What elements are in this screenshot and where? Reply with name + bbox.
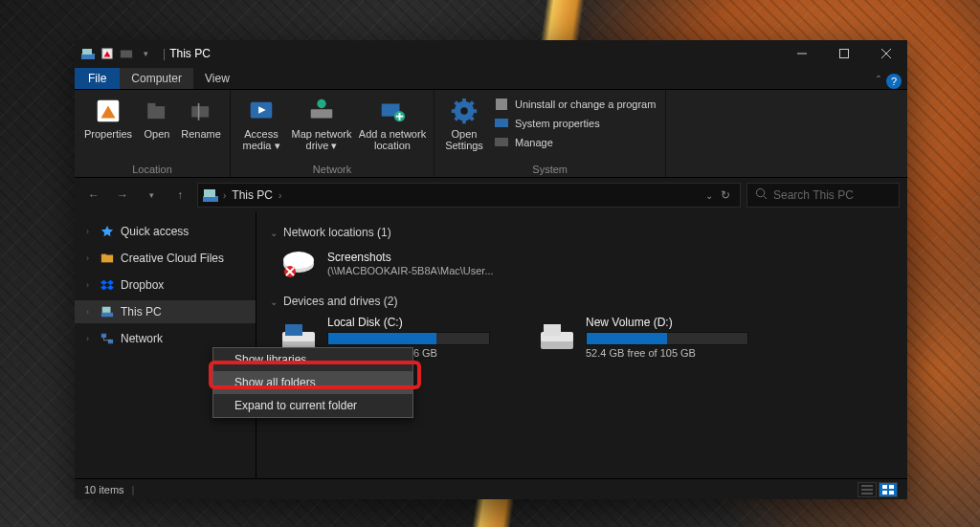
chevron-down-icon[interactable]: ⌄ xyxy=(270,228,278,238)
drive-free-text: 52.4 GB free of 105 GB xyxy=(586,347,748,359)
uninstall-program-button[interactable]: Uninstall or change a program xyxy=(490,96,659,113)
network-drive-icon xyxy=(279,247,318,281)
chevron-down-icon[interactable]: ⌄ xyxy=(270,296,278,307)
ribbon-group-system: Open Settings Uninstall or change a prog… xyxy=(434,90,666,177)
window-title: This PC xyxy=(169,47,211,60)
svg-point-13 xyxy=(317,99,325,108)
svg-rect-18 xyxy=(496,99,507,110)
search-placeholder: Search This PC xyxy=(773,188,854,202)
sidebar-item-label: Creative Cloud Files xyxy=(121,252,224,265)
view-tiles-button[interactable] xyxy=(879,482,898,497)
svg-rect-4 xyxy=(840,50,849,58)
properties-button[interactable]: Properties xyxy=(80,94,136,162)
qat-dropdown-icon[interactable]: ▾ xyxy=(138,46,153,61)
svg-rect-39 xyxy=(882,485,887,489)
access-media-button[interactable]: Access media ▾ xyxy=(236,94,286,162)
drive-icon xyxy=(538,320,576,355)
sidebar-item-creative-cloud-files[interactable]: ›Creative Cloud Files xyxy=(75,247,256,270)
sidebar-item-quick-access[interactable]: ›Quick access xyxy=(75,220,256,243)
ribbon-tabs: File Computer View ˆ ? xyxy=(75,67,907,90)
context-menu-item[interactable]: Show all folders xyxy=(213,371,412,394)
add-network-location-button[interactable]: Add a network location xyxy=(357,94,428,162)
svg-rect-9 xyxy=(198,103,200,121)
titlebar: ▾ | This PC xyxy=(75,40,907,67)
map-network-drive-button[interactable]: Map network drive ▾ xyxy=(288,94,355,162)
qat-properties-icon[interactable] xyxy=(100,46,115,61)
tab-file[interactable]: File xyxy=(75,68,120,89)
content-pane[interactable]: ⌄ Network locations (1) Screenshots (\\M… xyxy=(256,212,907,478)
drive-item[interactable]: New Volume (D:)52.4 GB free of 105 GB xyxy=(538,316,748,359)
chevron-right-icon[interactable]: › xyxy=(86,253,94,263)
section-header-devices-drives[interactable]: ⌄ Devices and drives (2) xyxy=(270,295,894,308)
drive-name: New Volume (D:) xyxy=(586,316,748,329)
svg-point-31 xyxy=(283,252,314,269)
chevron-right-icon[interactable]: › xyxy=(278,190,281,201)
nav-forward-button[interactable]: → xyxy=(111,184,134,207)
drive-usage-bar xyxy=(586,332,748,345)
minimize-button[interactable] xyxy=(781,40,823,67)
network-icon xyxy=(100,331,115,346)
file-explorer-window: ▾ | This PC File Computer View ˆ ? xyxy=(75,40,907,499)
chevron-right-icon[interactable]: › xyxy=(86,280,94,290)
navigation-pane[interactable]: ›Quick access›Creative Cloud Files›Dropb… xyxy=(75,212,256,478)
pc-icon xyxy=(202,187,219,204)
ribbon-group-label: System xyxy=(440,162,659,175)
nav-back-button[interactable]: ← xyxy=(82,184,105,207)
ribbon-group-location: Properties Open Rename Location xyxy=(75,90,231,177)
breadcrumb-segment[interactable]: This PC xyxy=(230,188,275,202)
svg-rect-12 xyxy=(311,109,333,118)
chevron-right-icon[interactable]: › xyxy=(86,307,94,317)
address-bar-row: ← → ▾ ↑ › This PC › ⌄ ↻ Search This PC xyxy=(75,178,907,212)
search-input[interactable]: Search This PC xyxy=(746,183,900,208)
system-properties-button[interactable]: System properties xyxy=(490,115,659,132)
status-item-count: 10 items xyxy=(84,484,124,495)
folder-icon xyxy=(100,251,115,266)
drive-name: Local Disk (C:) xyxy=(327,316,490,329)
search-icon xyxy=(755,187,768,203)
svg-rect-27 xyxy=(102,307,111,313)
maximize-button[interactable] xyxy=(823,40,865,67)
section-header-network-locations[interactable]: ⌄ Network locations (1) xyxy=(270,226,894,239)
address-bar[interactable]: › This PC › ⌄ ↻ xyxy=(197,183,741,208)
qat-new-folder-icon[interactable] xyxy=(119,46,134,61)
sidebar-item-label: Quick access xyxy=(121,225,189,238)
sidebar-item-label: Dropbox xyxy=(121,278,164,292)
open-settings-button[interactable]: Open Settings xyxy=(440,94,488,162)
svg-rect-19 xyxy=(495,119,508,127)
tab-view[interactable]: View xyxy=(193,68,241,89)
manage-button[interactable]: Manage xyxy=(490,134,659,151)
chevron-right-icon[interactable]: › xyxy=(86,227,94,236)
nav-up-button[interactable]: ↑ xyxy=(168,184,191,207)
ribbon-group-label: Location xyxy=(80,162,224,175)
svg-rect-25 xyxy=(101,254,106,257)
chevron-right-icon[interactable]: › xyxy=(223,190,226,201)
svg-rect-26 xyxy=(101,313,113,317)
ribbon-collapse-icon[interactable]: ˆ xyxy=(877,75,880,88)
context-menu-item[interactable]: Expand to current folder xyxy=(213,394,412,417)
svg-rect-42 xyxy=(889,491,894,494)
context-menu-item[interactable]: Show libraries xyxy=(213,348,412,371)
status-bar: 10 items | xyxy=(75,478,907,499)
view-details-button[interactable] xyxy=(858,482,877,497)
svg-rect-20 xyxy=(495,138,508,146)
close-button[interactable] xyxy=(865,40,907,67)
svg-rect-41 xyxy=(882,491,887,494)
help-icon[interactable]: ? xyxy=(886,74,902,89)
chevron-right-icon[interactable]: › xyxy=(86,334,94,343)
svg-rect-3 xyxy=(121,51,132,58)
nav-recent-dropdown[interactable]: ▾ xyxy=(140,184,163,207)
sidebar-item-this-pc[interactable]: ›This PC xyxy=(75,300,256,323)
svg-rect-1 xyxy=(82,49,92,55)
refresh-icon[interactable]: ↻ xyxy=(721,188,730,202)
open-button[interactable]: Open xyxy=(138,94,176,162)
address-dropdown-icon[interactable]: ⌄ xyxy=(705,190,713,201)
pc-icon xyxy=(100,304,115,319)
sidebar-item-dropbox[interactable]: ›Dropbox xyxy=(75,274,256,296)
network-location-item[interactable]: Screenshots (\\MACBOOKAIR-5B8A\Mac\User.… xyxy=(279,247,528,281)
tab-computer[interactable]: Computer xyxy=(120,68,193,89)
svg-rect-35 xyxy=(285,324,302,336)
svg-rect-28 xyxy=(101,334,106,338)
svg-rect-7 xyxy=(147,103,155,108)
svg-rect-6 xyxy=(147,106,165,119)
rename-button[interactable]: Rename xyxy=(178,94,224,162)
